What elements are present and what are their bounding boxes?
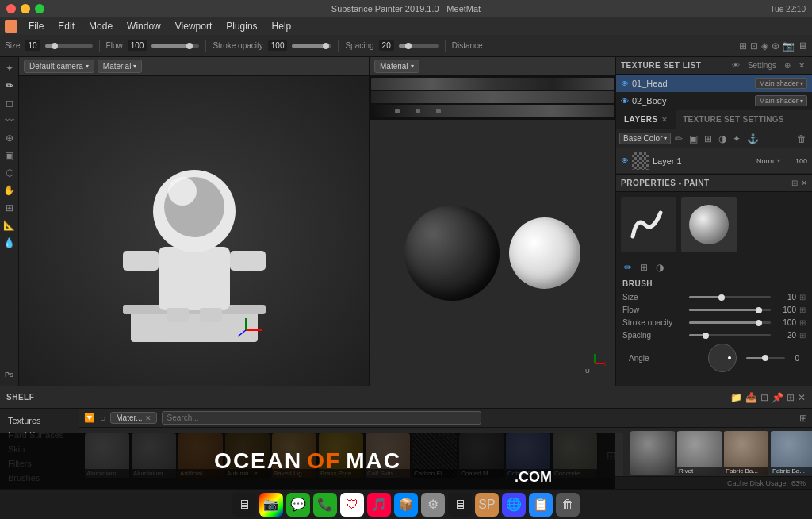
menu-help[interactable]: Help: [266, 19, 298, 33]
layers-btn-delete[interactable]: 🗑: [795, 133, 809, 145]
maximize-button[interactable]: [35, 4, 44, 13]
dock-item-appstore[interactable]: 📦: [394, 493, 418, 517]
texture-set-item-1[interactable]: 👁 02_Body Main shader: [616, 92, 812, 110]
shelf-icon-close[interactable]: ✕: [798, 392, 806, 403]
brush-flow-value[interactable]: 100: [774, 306, 796, 314]
toolbar-icon-3[interactable]: ◈: [761, 40, 768, 52]
props-close-icon[interactable]: ✕: [801, 179, 807, 187]
dock-item-music[interactable]: 🎵: [367, 493, 391, 517]
tsi-eye-0[interactable]: 👁: [621, 79, 629, 88]
flow-value[interactable]: 100: [128, 40, 147, 51]
tool-erase[interactable]: ◻: [2, 95, 17, 111]
shelf-icon-import[interactable]: 📥: [745, 392, 757, 403]
menu-viewport[interactable]: Viewport: [169, 19, 218, 33]
toolbar-icon-4[interactable]: ⊛: [772, 40, 779, 52]
tool-smudge[interactable]: 〰: [2, 113, 17, 129]
brush-angle-value[interactable]: 0: [795, 354, 799, 363]
layers-btn-group[interactable]: ⊞: [702, 133, 714, 145]
brush-size-icon[interactable]: ⊞: [799, 293, 806, 302]
toolbar-icon-1[interactable]: ⊞: [739, 40, 747, 52]
shelf-icon-folder[interactable]: 📁: [730, 392, 742, 403]
material-dropdown-2d[interactable]: Material: [374, 60, 419, 73]
toolbar-icon-2[interactable]: ⊡: [750, 40, 758, 52]
tsl-expand-icon[interactable]: ⊕: [782, 60, 793, 71]
brush-stroke-slider[interactable]: [689, 321, 771, 324]
dock-item-photos[interactable]: 📷: [259, 493, 283, 517]
tsl-close-icon[interactable]: ✕: [796, 60, 807, 71]
stroke-value[interactable]: 100: [268, 40, 288, 51]
shelf-item-11[interactable]: [630, 431, 675, 475]
toolbar-icon-5[interactable]: 📷: [783, 40, 795, 52]
layers-btn-paint[interactable]: ✏: [672, 133, 685, 145]
brush-flow-icon[interactable]: ⊞: [799, 306, 806, 314]
tool-photoshop[interactable]: Ps: [2, 367, 17, 383]
dock-item-messages[interactable]: 💬: [286, 493, 310, 517]
stroke-slider[interactable]: [292, 44, 331, 48]
size-slider[interactable]: [45, 44, 93, 48]
minimize-button[interactable]: [21, 4, 30, 13]
props-tab-layer[interactable]: ⊞: [637, 260, 651, 275]
dock-item-trash[interactable]: 🗑: [556, 493, 580, 517]
toolbar-icon-6[interactable]: 🖥: [798, 40, 807, 52]
menu-window[interactable]: Window: [121, 19, 167, 33]
dock-item-settings[interactable]: ⚙: [421, 493, 445, 517]
dock-item-finder[interactable]: 📋: [529, 493, 553, 517]
shelf-item-12[interactable]: Rivet: [677, 431, 722, 475]
brush-stroke-value[interactable]: 100: [774, 318, 796, 327]
props-tab-paint[interactable]: ✏: [621, 260, 635, 275]
tool-paint[interactable]: ✏: [2, 78, 17, 94]
brush-angle-dial[interactable]: [708, 344, 737, 372]
brush-spacing-slider[interactable]: [689, 334, 771, 336]
menu-plugins[interactable]: Plugins: [220, 19, 263, 33]
dock-item-substance[interactable]: SP: [475, 493, 499, 517]
tool-move[interactable]: ✦: [2, 60, 17, 76]
dock-item-terminal2[interactable]: 🖥: [448, 493, 472, 517]
tool-transform[interactable]: ⊞: [2, 200, 17, 216]
dock-item-news[interactable]: 🛡: [340, 493, 364, 517]
menu-file[interactable]: File: [22, 19, 50, 33]
dock-item-browser[interactable]: 🌐: [502, 493, 526, 517]
shelf-grid-toggle[interactable]: ⊞: [799, 413, 807, 424]
brush-spacing-value[interactable]: 20: [774, 331, 796, 340]
close-button[interactable]: [6, 4, 16, 13]
tsi-shader-0[interactable]: Main shader: [755, 78, 807, 89]
brush-size-slider[interactable]: [689, 296, 771, 298]
shelf-item-13[interactable]: Fabric Ba...: [724, 431, 768, 475]
size-value[interactable]: 10: [25, 40, 40, 51]
viewport-3d-content[interactable]: [19, 76, 369, 386]
brush-angle-slider[interactable]: [746, 357, 786, 359]
shelf-tag[interactable]: Mater... ✕: [110, 412, 156, 424]
shelf-icon-pin[interactable]: 📌: [772, 392, 783, 403]
layers-tab-close[interactable]: ✕: [661, 116, 668, 124]
window-controls[interactable]: [6, 4, 44, 13]
props-tab-material[interactable]: ◑: [653, 260, 667, 275]
viewport-2d[interactable]: Material: [370, 57, 615, 386]
brush-spacing-icon[interactable]: ⊞: [799, 331, 806, 340]
shelf-search-input[interactable]: [162, 411, 481, 425]
shelf-circle-btn[interactable]: ○: [100, 413, 105, 424]
menu-edit[interactable]: Edit: [52, 19, 81, 33]
layers-btn-effect[interactable]: ✦: [730, 133, 743, 145]
tab-layers[interactable]: LAYERS ✕: [616, 110, 676, 129]
spacing-value[interactable]: 20: [379, 40, 394, 51]
layers-btn-fill[interactable]: ▣: [687, 133, 700, 145]
tool-clone[interactable]: ⊕: [2, 130, 17, 146]
tsl-settings-btn[interactable]: Settings: [745, 60, 779, 71]
tool-polygon[interactable]: ⬡: [2, 165, 17, 181]
texture-set-item-0[interactable]: 👁 01_Head Main shader: [616, 75, 812, 92]
shelf-filter-icon[interactable]: 🔽: [84, 413, 95, 423]
flow-slider[interactable]: [151, 44, 199, 48]
shelf-tag-close[interactable]: ✕: [145, 414, 151, 422]
tsl-eye-icon[interactable]: 👁: [730, 60, 742, 71]
menu-mode[interactable]: Mode: [82, 19, 119, 33]
layer-opacity-0[interactable]: 100: [783, 157, 807, 165]
camera-dropdown[interactable]: Default camera: [24, 60, 94, 73]
spacing-slider[interactable]: [399, 44, 439, 48]
layers-btn-anchor[interactable]: ⚓: [745, 133, 761, 145]
tsi-eye-1[interactable]: 👁: [621, 97, 629, 106]
tool-grab[interactable]: ✋: [2, 183, 17, 198]
tab-texture-set-settings[interactable]: TEXTURE SET SETTINGS: [676, 110, 791, 129]
brush-flow-slider[interactable]: [689, 309, 771, 311]
shelf-item-14[interactable]: Fabric Ba...: [771, 431, 812, 475]
shelf-icon-expand[interactable]: ⊞: [787, 392, 795, 403]
